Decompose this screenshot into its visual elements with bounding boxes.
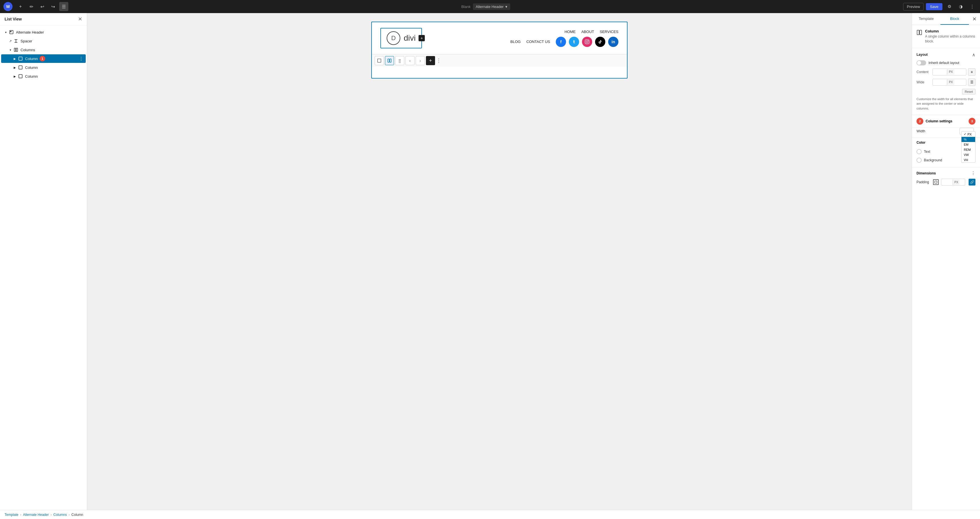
nav-home[interactable]: HOME (565, 30, 576, 34)
panel-close-button[interactable]: ✕ (969, 13, 980, 25)
content-input-wrap: PX (932, 68, 966, 75)
nav-section: HOME ABOUT SERVICES BLOG CONTACT US f 𝕥 (511, 30, 619, 47)
chevron-down-icon: ▾ (505, 5, 508, 9)
sidebar-item-spacer[interactable]: ↗ Spacer (1, 37, 86, 45)
edit-button[interactable]: ✏ (27, 2, 36, 11)
chevron-right-icon: ▶ (13, 56, 17, 61)
twitter-icon[interactable]: 𝕥 (569, 37, 579, 47)
nav-about[interactable]: ABOUT (581, 30, 594, 34)
settings-button[interactable]: ⚙ (945, 2, 954, 11)
instagram-icon[interactable] (582, 37, 592, 47)
nav-links-2: BLOG CONTACT US (511, 40, 550, 44)
nav-contact[interactable]: CONTACT US (527, 40, 550, 44)
save-button[interactable]: Save (926, 3, 942, 10)
facebook-icon[interactable]: f (556, 37, 566, 47)
sidebar-item-column-2[interactable]: ▶ Column (1, 63, 86, 72)
breadcrumb-template[interactable]: Template (5, 513, 19, 517)
svg-rect-14 (920, 30, 922, 35)
wp-logo[interactable]: W (3, 2, 13, 11)
layout-title: Layout (916, 52, 928, 57)
add-block-button[interactable]: + (16, 2, 25, 11)
canvas-wrapper: D divi + HOME ABOUT SERVICES BLOG (371, 22, 627, 79)
drag-handle-button[interactable]: ⣿ (395, 56, 404, 65)
list-view-button[interactable]: ☰ (59, 2, 68, 11)
svg-rect-8 (19, 66, 22, 69)
column-options-button[interactable]: ⋮ (436, 57, 441, 64)
layout-single-button[interactable] (375, 56, 384, 65)
unit-vh[interactable]: VH (961, 157, 975, 162)
inherit-layout-toggle-row: Inherit default layout (916, 60, 975, 65)
column-badge: 1 (40, 56, 45, 62)
padding-row: Padding PX 🔗 (916, 179, 975, 186)
wide-width-controls: Wide PX ☰ (916, 79, 975, 86)
inherit-layout-toggle[interactable] (916, 60, 926, 65)
background-color-label: Background (924, 158, 942, 162)
unit-px[interactable]: ✓ PX (961, 132, 975, 137)
sidebar-item-column-1[interactable]: ▶ Column 1 ⋮ (1, 54, 86, 63)
wide-width-input[interactable] (933, 79, 947, 86)
breadcrumb-sep-3: › (68, 513, 70, 517)
wide-unit: PX (947, 79, 955, 85)
column-dots-button[interactable]: ⋮ (79, 56, 83, 62)
add-block-column-button[interactable]: + (426, 56, 435, 65)
more-button[interactable]: ⋮ (967, 2, 977, 11)
padding-input-wrap: PX (941, 179, 965, 186)
padding-input[interactable] (941, 179, 953, 185)
padding-link-button[interactable]: 🔗 (969, 179, 975, 186)
breadcrumb-column: Column (72, 513, 83, 517)
redo-button[interactable]: ↪ (48, 2, 57, 11)
undo-button[interactable]: ↩ (38, 2, 47, 11)
contrast-button[interactable]: ◑ (956, 2, 965, 11)
svg-rect-15 (935, 181, 937, 183)
svg-rect-7 (19, 57, 22, 60)
doc-name-button[interactable]: Alternate Header ▾ (473, 3, 510, 10)
column-settings-badge-2: 2 (916, 118, 923, 125)
sidebar-item-columns[interactable]: ▾ Columns (1, 46, 86, 54)
dimensions-menu-button[interactable]: ⋮ (971, 170, 975, 176)
unit-vw[interactable]: VW (961, 152, 975, 157)
column-block-title: Column (925, 29, 975, 33)
sidebar-item-label: Spacer (21, 39, 32, 43)
linkedin-icon[interactable]: in (608, 37, 619, 47)
content-align-button[interactable]: ≡ (968, 68, 975, 76)
check-icon: ✓ (964, 132, 966, 136)
spacer-icon (13, 38, 19, 44)
reset-button[interactable]: Reset (962, 89, 975, 94)
logo-add-button[interactable]: + (418, 35, 425, 41)
next-column-button[interactable]: › (416, 56, 425, 65)
canvas-area[interactable]: D divi + HOME ABOUT SERVICES BLOG (87, 13, 912, 510)
nav-services[interactable]: SERVICES (600, 30, 619, 34)
chevron-down-icon: ▾ (3, 30, 8, 35)
unit-percent[interactable]: % (961, 137, 975, 142)
tab-block[interactable]: Block (940, 13, 969, 25)
dimensions-title: Dimensions (916, 171, 936, 175)
preview-button[interactable]: Preview (903, 3, 924, 11)
unit-dropdown: ✓ PX % EM REM VW VH (961, 131, 975, 163)
logo-area[interactable]: D divi + (380, 28, 422, 48)
main-area: List View ✕ ▾ Alternate Header ↗ Spacer (0, 13, 980, 510)
svg-rect-9 (19, 75, 22, 78)
nav-blog[interactable]: BLOG (511, 40, 521, 44)
unit-em[interactable]: EM (961, 142, 975, 147)
breadcrumb-columns[interactable]: Columns (53, 513, 67, 517)
svg-rect-11 (388, 59, 389, 62)
tiktok-icon[interactable] (595, 37, 605, 47)
sidebar-close-button[interactable]: ✕ (78, 16, 82, 22)
wide-align-button[interactable]: ☰ (968, 79, 975, 86)
prev-column-button[interactable]: ‹ (406, 56, 415, 65)
doc-name: Alternate Header (476, 5, 504, 9)
sidebar-item-column-3[interactable]: ▶ Column (1, 72, 86, 81)
layout-collapse-button[interactable]: ∧ (972, 52, 975, 57)
tab-template[interactable]: Template (912, 13, 940, 25)
unit-rem[interactable]: REM (961, 147, 975, 152)
sidebar-item-alternate-header[interactable]: ▾ Alternate Header (1, 28, 86, 37)
content-width-input[interactable] (933, 69, 947, 75)
column-block-icon (916, 30, 922, 35)
width-row-label: Width (916, 129, 958, 133)
sidebar-item-label: Column (25, 74, 38, 79)
svg-rect-1 (10, 31, 11, 32)
breadcrumb-alternate-header[interactable]: Alternate Header (23, 513, 49, 517)
background-color-circle (916, 158, 922, 163)
column-block-desc: A single column within a columns block. (925, 34, 975, 44)
layout-split-button[interactable] (385, 56, 394, 65)
